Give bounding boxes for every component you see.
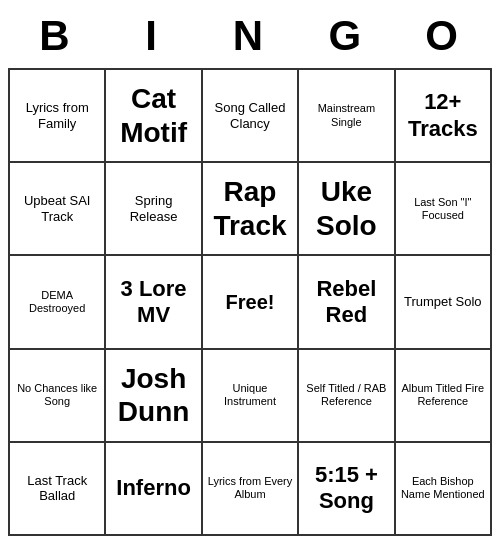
bingo-cell-5: Upbeat SAI Track	[10, 163, 106, 256]
bingo-cell-23: 5:15 + Song	[299, 443, 395, 536]
bingo-cell-0: Lyrics from Family	[10, 70, 106, 163]
bingo-cell-13: Rebel Red	[299, 256, 395, 349]
bingo-cell-6: Spring Release	[106, 163, 202, 256]
letter-o: O	[395, 12, 492, 60]
bingo-cell-18: Self Titled / RAB Reference	[299, 350, 395, 443]
bingo-cell-22: Lyrics from Every Album	[203, 443, 299, 536]
letter-i: I	[105, 12, 202, 60]
bingo-cell-11: 3 Lore MV	[106, 256, 202, 349]
bingo-cell-3: Mainstream Single	[299, 70, 395, 163]
bingo-cell-8: Uke Solo	[299, 163, 395, 256]
bingo-cell-21: Inferno	[106, 443, 202, 536]
bingo-cell-10: DEMA Destrooyed	[10, 256, 106, 349]
letter-b: B	[8, 12, 105, 60]
bingo-cell-16: Josh Dunn	[106, 350, 202, 443]
bingo-cell-12: Free!	[203, 256, 299, 349]
bingo-cell-15: No Chances like Song	[10, 350, 106, 443]
bingo-cell-20: Last Track Ballad	[10, 443, 106, 536]
bingo-cell-1: Cat Motif	[106, 70, 202, 163]
bingo-title: B I N G O	[8, 8, 492, 64]
bingo-cell-17: Unique Instrument	[203, 350, 299, 443]
letter-n: N	[202, 12, 299, 60]
bingo-cell-7: Rap Track	[203, 163, 299, 256]
bingo-cell-2: Song Called Clancy	[203, 70, 299, 163]
bingo-cell-19: Album Titled Fire Reference	[396, 350, 492, 443]
bingo-cell-4: 12+ Tracks	[396, 70, 492, 163]
bingo-grid: Lyrics from FamilyCat MotifSong Called C…	[8, 68, 492, 536]
letter-g: G	[298, 12, 395, 60]
bingo-cell-24: Each Bishop Name Mentioned	[396, 443, 492, 536]
bingo-cell-9: Last Son "I" Focused	[396, 163, 492, 256]
bingo-cell-14: Trumpet Solo	[396, 256, 492, 349]
